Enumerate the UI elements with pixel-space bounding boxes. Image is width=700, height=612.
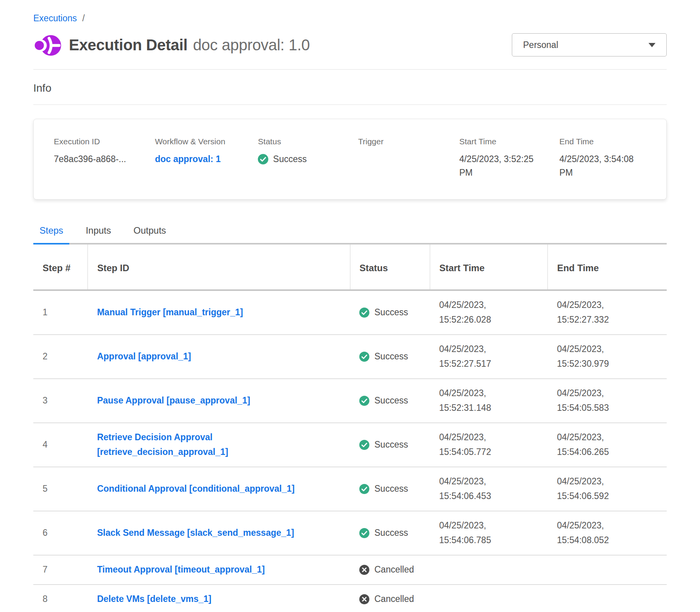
end-time-cell: 04/25/2023,15:54:08.052 — [547, 511, 667, 555]
cancelled-icon — [359, 565, 369, 575]
info-label: Start Time — [459, 137, 556, 146]
execution-id-value: 7e8ac396-a868-... — [54, 152, 137, 166]
page-title: Execution Detail — [69, 36, 187, 54]
col-header-step-id: Step ID — [88, 244, 350, 290]
status-value: Success — [273, 152, 307, 166]
title-divider — [33, 69, 667, 70]
table-row: 7 Timeout Approval [timeout_approval_1] … — [33, 555, 667, 585]
info-execution-id: Execution ID 7e8ac396-a868-... — [54, 137, 151, 179]
status-badge: Cancelled — [374, 562, 414, 577]
breadcrumb: Executions / — [33, 13, 667, 24]
start-time-cell: 04/25/2023,15:52:31.148 — [430, 379, 547, 423]
info-label: Status — [258, 137, 354, 146]
breadcrumb-separator: / — [82, 13, 85, 24]
step-number: 6 — [33, 511, 88, 555]
success-icon — [359, 484, 369, 494]
info-divider — [33, 104, 667, 105]
success-icon — [359, 308, 369, 318]
detail-tabs: Steps Inputs Outputs — [33, 223, 667, 244]
start-time-cell: 04/25/2023,15:54:05.772 — [430, 423, 547, 467]
step-link[interactable]: Conditional Approval [conditional_approv… — [97, 484, 295, 494]
start-time-cell: 04/25/2023,15:52:26.028 — [430, 290, 547, 335]
col-header-step-number: Step # — [33, 244, 88, 290]
info-trigger: Trigger — [358, 137, 455, 179]
execution-detail-page: Executions / Execution Detail doc approv… — [0, 0, 700, 612]
start-time-cell: 04/25/2023,15:54:06.453 — [430, 467, 547, 511]
info-label: Execution ID — [54, 137, 151, 146]
success-icon — [258, 154, 268, 164]
step-number: 7 — [33, 555, 88, 585]
scope-dropdown[interactable]: Personal — [512, 33, 667, 56]
scope-dropdown-value: Personal — [523, 40, 649, 50]
table-row: 1 Manual Trigger [manual_trigger_1] Succ… — [33, 290, 667, 335]
chevron-down-icon — [649, 43, 655, 47]
success-icon — [359, 440, 369, 450]
tab-inputs[interactable]: Inputs — [79, 223, 117, 244]
info-start-time: Start Time 4/25/2023, 3:52:25 PM — [459, 137, 556, 179]
start-time-cell: 04/25/2023,15:52:27.517 — [430, 335, 547, 379]
status-badge: Success — [374, 482, 408, 496]
end-time-cell: 04/25/2023,15:54:06.265 — [547, 423, 667, 467]
info-section-heading: Info — [33, 82, 667, 94]
step-link[interactable]: Slack Send Message [slack_send_message_1… — [97, 528, 294, 538]
steps-table-header-row: Step # Step ID Status Start Time End Tim… — [33, 244, 667, 290]
end-time-value: 4/25/2023, 3:54:08 PM — [559, 152, 643, 179]
status-badge: Success — [374, 393, 408, 408]
table-row: 3 Pause Approval [pause_approval_1] Succ… — [33, 379, 667, 423]
info-label: Trigger — [358, 137, 455, 146]
status-badge: Success — [374, 526, 408, 540]
step-link[interactable]: Delete VMs [delete_vms_1] — [97, 594, 211, 604]
step-link[interactable]: Retrieve Decision Approval [retrieve_dec… — [97, 432, 228, 457]
end-time-cell: 04/25/2023,15:52:30.979 — [547, 335, 667, 379]
success-icon — [359, 528, 369, 538]
col-header-status: Status — [350, 244, 430, 290]
info-status: Status Success — [258, 137, 354, 179]
step-number: 2 — [33, 335, 88, 379]
start-time-cell — [430, 555, 547, 585]
col-header-start-time: Start Time — [430, 244, 547, 290]
info-end-time: End Time 4/25/2023, 3:54:08 PM — [559, 137, 659, 179]
start-time-cell: 04/25/2023,15:54:06.785 — [430, 511, 547, 555]
breadcrumb-executions-link[interactable]: Executions — [33, 13, 77, 24]
title-row: Execution Detail doc approval: 1.0 Perso… — [33, 31, 667, 59]
cancelled-icon — [359, 594, 369, 604]
table-row: 6 Slack Send Message [slack_send_message… — [33, 511, 667, 555]
step-link[interactable]: Manual Trigger [manual_trigger_1] — [97, 307, 243, 317]
workflow-logo-icon — [33, 31, 62, 59]
start-time-value: 4/25/2023, 3:52:25 PM — [459, 152, 542, 179]
end-time-cell — [547, 585, 667, 612]
table-row: 4 Retrieve Decision Approval [retrieve_d… — [33, 423, 667, 467]
info-workflow-version: Workflow & Version doc approval: 1 — [155, 137, 254, 179]
end-time-cell — [547, 555, 667, 585]
table-row: 2 Approval [approval_1] Success 04/25/20… — [33, 335, 667, 379]
step-link[interactable]: Pause Approval [pause_approval_1] — [97, 395, 250, 405]
status-badge: Cancelled — [374, 592, 414, 607]
step-number: 3 — [33, 379, 88, 423]
step-link[interactable]: Approval [approval_1] — [97, 351, 191, 361]
col-header-end-time: End Time — [547, 244, 667, 290]
start-time-cell — [430, 585, 547, 612]
status-badge: Success — [374, 349, 408, 364]
step-link[interactable]: Timeout Approval [timeout_approval_1] — [97, 564, 265, 574]
end-time-cell: 04/25/2023,15:54:06.592 — [547, 467, 667, 511]
step-number: 8 — [33, 585, 88, 612]
success-icon — [359, 352, 369, 362]
info-label: Workflow & Version — [155, 137, 254, 146]
workflow-version-link[interactable]: doc approval: 1 — [155, 152, 238, 166]
step-number: 4 — [33, 423, 88, 467]
tab-steps[interactable]: Steps — [33, 223, 69, 244]
tab-outputs[interactable]: Outputs — [127, 223, 172, 244]
execution-info-card: Execution ID 7e8ac396-a868-... Workflow … — [33, 119, 667, 200]
status-badge: Success — [374, 305, 408, 320]
table-row: 8 Delete VMs [delete_vms_1] Cancelled — [33, 585, 667, 612]
step-number: 5 — [33, 467, 88, 511]
end-time-cell: 04/25/2023,15:54:05.583 — [547, 379, 667, 423]
table-row: 5 Conditional Approval [conditional_appr… — [33, 467, 667, 511]
steps-table: Step # Step ID Status Start Time End Tim… — [33, 244, 667, 612]
info-label: End Time — [559, 137, 659, 146]
page-subtitle: doc approval: 1.0 — [193, 36, 310, 54]
status-badge: Success — [374, 438, 408, 452]
end-time-cell: 04/25/2023,15:52:27.332 — [547, 290, 667, 335]
success-icon — [359, 396, 369, 406]
step-number: 1 — [33, 290, 88, 335]
